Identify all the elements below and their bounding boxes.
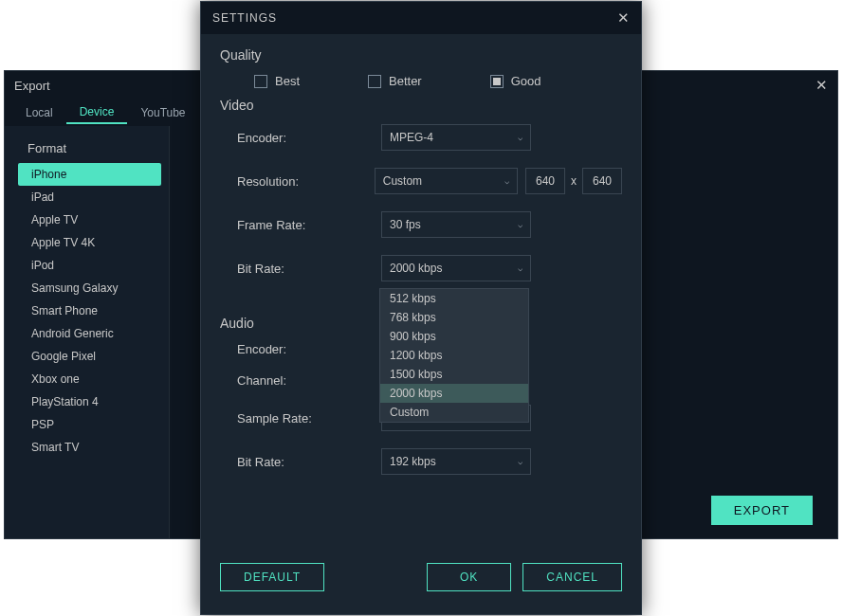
chevron-down-icon: ⌵ <box>518 263 522 273</box>
video-framerate-label: Frame Rate: <box>237 218 381 232</box>
bitrate-option[interactable]: 768 kbps <box>380 308 528 327</box>
video-bitrate-row: Bit Rate: 2000 kbps ⌵ <box>220 255 622 281</box>
video-resolution-label: Resolution: <box>237 174 375 189</box>
video-encoder-row: Encoder: MPEG-4 ⌵ <box>220 124 622 151</box>
resolution-inputs: 640 x 640 <box>525 168 622 194</box>
audio-bitrate-select[interactable]: 192 kbps ⌵ <box>381 448 531 475</box>
video-bitrate-dropdown: 512 kbps 768 kbps 900 kbps 1200 kbps 150… <box>379 288 529 423</box>
ok-button[interactable]: OK <box>427 563 511 591</box>
resolution-x-label: x <box>571 174 577 188</box>
audio-channel-label: Channel: <box>237 373 381 388</box>
settings-body: Quality Best Better Good Video Encoder: … <box>201 34 641 475</box>
quality-better-checkbox[interactable]: Better <box>368 74 422 88</box>
settings-modal: SETTINGS ✕ Quality Best Better Good Vide… <box>200 1 642 615</box>
close-icon[interactable]: ✕ <box>816 77 828 94</box>
format-item-samsung[interactable]: Samsung Galaxy <box>5 277 169 299</box>
format-item-xbox[interactable]: Xbox one <box>5 368 169 390</box>
video-framerate-row: Frame Rate: 30 fps ⌵ <box>220 211 622 238</box>
quality-section-label: Quality <box>220 47 622 63</box>
quality-row: Best Better Good <box>220 74 622 88</box>
quality-good-checkbox[interactable]: Good <box>490 74 541 88</box>
export-title: Export <box>14 79 50 93</box>
default-button[interactable]: DEFAULT <box>220 563 324 591</box>
audio-bitrate-row: Bit Rate: 192 kbps ⌵ <box>220 448 622 475</box>
chevron-down-icon: ⌵ <box>518 220 522 229</box>
video-encoder-value: MPEG-4 <box>390 131 433 144</box>
video-resolution-select[interactable]: Custom ⌵ <box>375 168 518 194</box>
format-item-ps4[interactable]: PlayStation 4 <box>5 390 169 413</box>
video-resolution-value: Custom <box>383 174 422 188</box>
checkbox-icon <box>254 75 267 88</box>
checkbox-icon <box>490 75 504 88</box>
settings-header: SETTINGS ✕ <box>201 2 641 34</box>
video-bitrate-value: 2000 kbps <box>390 262 442 275</box>
footer-right: OK CANCEL <box>427 563 622 591</box>
format-item-iphone[interactable]: iPhone <box>18 163 161 186</box>
quality-best-checkbox[interactable]: Best <box>254 74 300 88</box>
format-item-ipod[interactable]: iPod <box>5 254 169 277</box>
video-bitrate-select[interactable]: 2000 kbps ⌵ <box>381 255 531 281</box>
checkbox-icon <box>368 75 381 88</box>
format-sidebar: Format iPhone iPad Apple TV Apple TV 4K … <box>5 126 170 538</box>
resolution-width-input[interactable]: 640 <box>525 168 565 194</box>
close-icon[interactable]: ✕ <box>617 9 630 27</box>
chevron-down-icon: ⌵ <box>518 457 522 466</box>
audio-encoder-label: Encoder: <box>237 342 381 356</box>
quality-good-label: Good <box>511 74 541 88</box>
audio-samplerate-label: Sample Rate: <box>237 411 381 426</box>
format-item-ipad[interactable]: iPad <box>5 186 169 208</box>
video-encoder-select[interactable]: MPEG-4 ⌵ <box>381 124 531 151</box>
format-item-smarttv[interactable]: Smart TV <box>5 436 169 459</box>
bitrate-option[interactable]: 2000 kbps <box>380 384 528 403</box>
tab-youtube[interactable]: YouTube <box>127 102 198 123</box>
format-item-smartphone[interactable]: Smart Phone <box>5 299 169 322</box>
format-item-appletv4k[interactable]: Apple TV 4K <box>5 231 169 254</box>
quality-better-label: Better <box>389 74 422 88</box>
format-item-android[interactable]: Android Generic <box>5 322 169 345</box>
bitrate-option[interactable]: 1200 kbps <box>380 346 528 365</box>
format-item-pixel[interactable]: Google Pixel <box>5 345 169 368</box>
bitrate-option[interactable]: 1500 kbps <box>380 365 528 384</box>
settings-title: SETTINGS <box>212 11 277 25</box>
bitrate-option[interactable]: 512 kbps <box>380 289 528 308</box>
quality-best-label: Best <box>275 74 300 88</box>
audio-bitrate-value: 192 kbps <box>390 455 436 468</box>
tab-device[interactable]: Device <box>66 101 128 124</box>
video-framerate-select[interactable]: 30 fps ⌵ <box>381 211 531 238</box>
format-item-appletv[interactable]: Apple TV <box>5 208 169 231</box>
format-title: Format <box>5 136 169 163</box>
chevron-down-icon: ⌵ <box>518 133 522 142</box>
video-framerate-value: 30 fps <box>390 218 421 231</box>
video-bitrate-label: Bit Rate: <box>237 262 381 276</box>
video-resolution-row: Resolution: Custom ⌵ 640 x 640 <box>220 168 622 194</box>
settings-footer: DEFAULT OK CANCEL <box>220 563 622 591</box>
format-item-psp[interactable]: PSP <box>5 413 169 436</box>
video-section-label: Video <box>220 98 622 113</box>
audio-bitrate-label: Bit Rate: <box>237 455 381 469</box>
bitrate-option[interactable]: 900 kbps <box>380 327 528 346</box>
video-encoder-label: Encoder: <box>237 131 381 145</box>
bitrate-option[interactable]: Custom <box>380 403 528 422</box>
tab-local[interactable]: Local <box>12 102 66 123</box>
resolution-height-input[interactable]: 640 <box>582 168 622 194</box>
cancel-button[interactable]: CANCEL <box>522 563 622 591</box>
chevron-down-icon: ⌵ <box>504 176 509 186</box>
export-button[interactable]: EXPORT <box>711 496 813 525</box>
